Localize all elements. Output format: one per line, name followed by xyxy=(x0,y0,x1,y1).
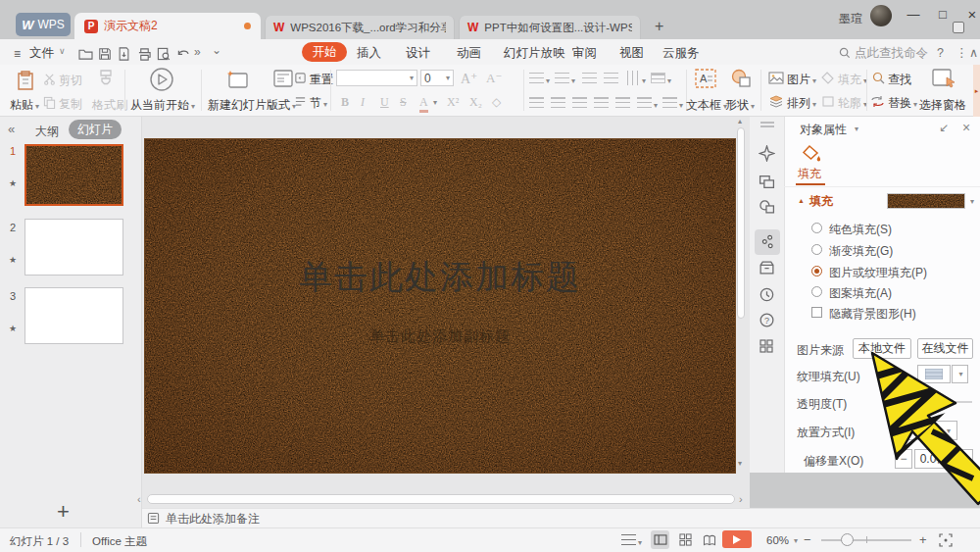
font-color-button[interactable]: A xyxy=(419,95,428,113)
save-icon[interactable] xyxy=(98,47,112,61)
pattern-fill-label[interactable]: 图案填充(A) xyxy=(829,285,892,302)
paste-button[interactable]: 粘贴▾ xyxy=(10,97,39,114)
hamburger-icon[interactable]: ≡ xyxy=(14,47,21,61)
layout-icon[interactable] xyxy=(272,69,294,88)
slide-sorter-view-button[interactable] xyxy=(676,530,695,549)
search-hint[interactable]: 点此查找命令 xyxy=(855,44,928,62)
grow-font-button[interactable]: A⁺ xyxy=(461,71,478,87)
search-icon[interactable] xyxy=(839,47,851,59)
browser-tab-2[interactable]: W PPT中如何设置图...设计-WPS演示- xyxy=(459,16,641,39)
slide-title-placeholder[interactable]: 单击此处添加标题 xyxy=(145,255,735,300)
fill-section-label[interactable]: 填充 xyxy=(809,193,833,210)
help-circle-icon[interactable]: ? xyxy=(759,312,776,329)
fill-button[interactable]: 填充▾ xyxy=(838,72,867,88)
solid-fill-radio[interactable] xyxy=(811,223,822,233)
panel-close-icon[interactable]: × xyxy=(962,120,970,135)
align-right-icon[interactable] xyxy=(572,97,587,111)
bold-button[interactable]: B xyxy=(341,95,349,110)
fill-tab[interactable]: 填充 xyxy=(798,166,821,182)
horizontal-scrollbar[interactable] xyxy=(147,494,735,504)
help-icon[interactable]: ? xyxy=(937,44,944,62)
new-slide-icon[interactable] xyxy=(225,69,249,90)
italic-button[interactable]: I xyxy=(361,95,365,110)
fit-to-window-icon[interactable] xyxy=(939,533,953,547)
align-text-icon[interactable]: ▾ xyxy=(651,73,671,86)
underline-button[interactable]: U xyxy=(380,95,389,110)
notes-placeholder[interactable]: 单击此处添加备注 xyxy=(166,511,260,527)
clear-format-button[interactable]: ◇ xyxy=(492,95,501,110)
shapes-icon[interactable] xyxy=(729,68,753,89)
copy-icon[interactable] xyxy=(43,96,56,109)
maximize-button[interactable]: □ xyxy=(931,4,955,24)
replace-icon[interactable] xyxy=(870,95,885,108)
cut-button[interactable]: 剪切 xyxy=(59,73,82,89)
text-direction-icon[interactable]: ▾ xyxy=(625,73,646,86)
fill-swatch[interactable] xyxy=(887,193,965,209)
browser-tab-1[interactable]: W WPS2016下载_...ord学习和分享平台 xyxy=(265,16,455,39)
slide-thumbnail-1[interactable] xyxy=(24,144,123,206)
numbered-list-icon[interactable]: ▾ xyxy=(662,97,683,111)
subscript-button[interactable]: X₂ xyxy=(469,95,482,110)
align-left-icon[interactable] xyxy=(529,97,544,111)
picture-icon[interactable] xyxy=(768,72,784,84)
tab-insert[interactable]: 插入 xyxy=(357,44,381,62)
gradient-fill-label[interactable]: 渐变填充(G) xyxy=(829,243,893,260)
bullets-icon[interactable]: ▾ xyxy=(529,73,550,86)
caret-down-icon[interactable]: ▾ xyxy=(970,197,974,206)
increase-indent-icon[interactable] xyxy=(604,73,618,86)
shapes-button[interactable]: 形状▾ xyxy=(725,97,755,114)
print-preview-icon[interactable] xyxy=(157,47,171,61)
section-icon[interactable] xyxy=(294,95,307,108)
tab-home[interactable]: 开始 xyxy=(302,42,347,62)
find-icon[interactable] xyxy=(872,72,885,84)
zoom-level[interactable]: 60% xyxy=(766,534,789,546)
play-from-current-button[interactable]: 从当前开始▾ xyxy=(130,97,195,114)
slides-tab[interactable]: 幻灯片 xyxy=(69,120,122,139)
apps-grid-icon[interactable] xyxy=(759,338,776,356)
add-slide-button[interactable]: + xyxy=(57,499,70,525)
picture-button[interactable]: 图片▾ xyxy=(787,72,816,88)
normal-view-button[interactable] xyxy=(651,530,669,549)
collapse-panel-icon[interactable]: « xyxy=(8,122,15,136)
tab-review[interactable]: 审阅 xyxy=(572,44,597,62)
panel-collapse-icon[interactable]: ↙ xyxy=(939,121,949,134)
tab-design[interactable]: 设计 xyxy=(406,44,430,62)
arrange-icon[interactable] xyxy=(768,95,784,108)
caret-down-icon[interactable]: ▾ xyxy=(794,536,798,545)
picture-texture-fill-radio[interactable] xyxy=(811,266,822,276)
reading-view-button[interactable] xyxy=(700,530,718,549)
justify-icon[interactable] xyxy=(594,97,609,111)
slide-layers-icon[interactable] xyxy=(759,175,776,192)
caret-down-icon[interactable]: ▾ xyxy=(433,98,437,107)
object-properties-icon[interactable] xyxy=(759,233,776,251)
hide-background-label[interactable]: 隐藏背景图形(H) xyxy=(829,306,916,323)
outline-tab[interactable]: 大纲 xyxy=(35,124,59,140)
decrease-indent-icon[interactable] xyxy=(582,73,597,86)
export-pdf-icon[interactable] xyxy=(118,47,130,61)
scroll-left-icon[interactable]: ‹ xyxy=(137,493,141,505)
hide-background-checkbox[interactable] xyxy=(811,307,822,318)
caret-down-icon[interactable]: ▾ xyxy=(855,125,858,133)
wps-home-tab[interactable]: W WPS xyxy=(16,13,71,36)
selection-pane-icon[interactable] xyxy=(931,68,956,89)
replace-button[interactable]: 替换▾ xyxy=(888,95,917,112)
format-painter-button[interactable]: 格式刷 xyxy=(92,97,127,114)
superscript-button[interactable]: X² xyxy=(447,95,459,110)
fill-icon[interactable] xyxy=(821,72,835,84)
toolbox-icon[interactable] xyxy=(759,260,776,277)
paste-icon[interactable] xyxy=(14,69,37,92)
tab-slideshow[interactable]: 幻灯片放映 xyxy=(504,44,565,62)
slide-canvas[interactable]: 单击此处添加标题 单击此处添加副标题 xyxy=(145,139,735,473)
print-icon[interactable] xyxy=(137,47,152,61)
tab-view[interactable]: 视图 xyxy=(619,44,644,62)
more-commands-icon[interactable]: » xyxy=(194,45,201,59)
pattern-fill-radio[interactable] xyxy=(811,286,822,297)
find-button[interactable]: 查找 xyxy=(888,72,911,88)
document-tab[interactable]: P 演示文稿2 xyxy=(74,13,261,39)
theme-name[interactable]: Office 主题 xyxy=(92,534,147,549)
align-center-icon[interactable] xyxy=(551,97,565,111)
solid-fill-label[interactable]: 纯色填充(S) xyxy=(829,222,892,238)
file-caret-icon[interactable]: ∨ xyxy=(59,46,66,56)
distribute-icon[interactable] xyxy=(615,97,630,111)
vertical-scrollbar[interactable] xyxy=(737,127,745,319)
